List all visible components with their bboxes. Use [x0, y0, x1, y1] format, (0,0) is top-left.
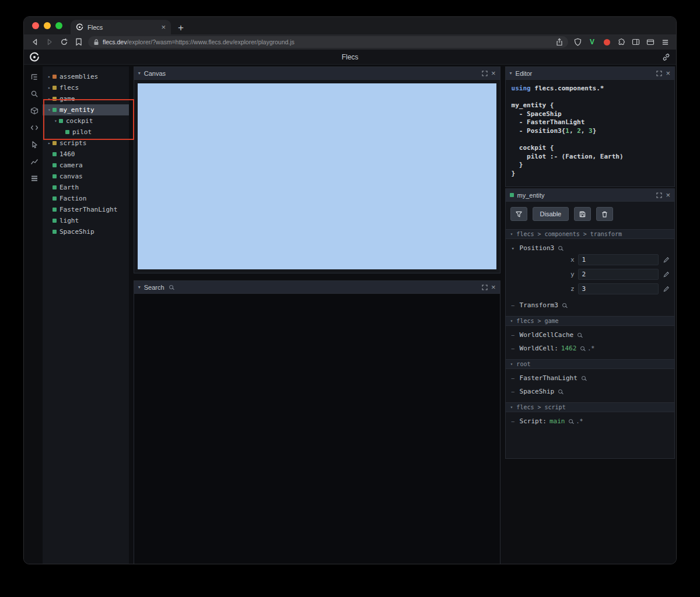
back-button[interactable] [30, 37, 40, 47]
inspect-cursor-icon[interactable] [29, 139, 40, 150]
tree-item-light[interactable]: light [43, 215, 129, 226]
queries-rows-icon[interactable] [29, 173, 40, 184]
component-group-header[interactable]: ▾flecs > game [506, 316, 674, 326]
tree-item-camera[interactable]: camera [43, 160, 129, 171]
field-row-y: y2 [506, 267, 674, 282]
expand-panel-icon[interactable] [656, 71, 662, 76]
search-icon[interactable] [582, 376, 586, 380]
expand-panel-icon[interactable] [482, 71, 488, 76]
chevron-down-icon: ▾ [510, 231, 513, 237]
tree-item-SpaceShip[interactable]: SpaceShip [43, 226, 129, 237]
close-panel-icon[interactable]: × [491, 69, 496, 77]
stats-chart-icon[interactable] [29, 156, 40, 167]
chevron-down-icon[interactable]: ▾ [52, 118, 59, 124]
expand-panel-icon[interactable] [656, 192, 662, 198]
tree-item-game[interactable]: ▸game [43, 93, 129, 104]
reload-button[interactable] [59, 37, 69, 47]
extensions-puzzle-icon[interactable] [616, 37, 626, 47]
component-group-header[interactable]: ▾root [506, 359, 674, 369]
entities-cube-icon[interactable] [29, 106, 40, 116]
disable-button[interactable]: Disable [533, 207, 569, 221]
search-icon[interactable] [580, 346, 584, 350]
address-bar[interactable]: flecs.dev/explorer/?wasm=https://www.fle… [88, 36, 568, 48]
close-panel-icon[interactable]: × [666, 191, 670, 199]
close-panel-icon[interactable]: × [666, 69, 670, 77]
expand-panel-icon[interactable] [482, 285, 488, 290]
chevron-down-icon[interactable]: ▾ [138, 285, 141, 290]
tree-item-Faction[interactable]: Faction [43, 193, 129, 204]
bookmark-icon[interactable] [74, 37, 84, 47]
editor-code[interactable]: using flecs.components.* my_entity { - S… [506, 80, 674, 183]
chevron-down-icon[interactable]: ▾ [510, 71, 512, 76]
tree-item-FasterThanLight[interactable]: FasterThanLight [43, 204, 129, 215]
code-token: 2 [577, 127, 581, 135]
search-icon[interactable] [558, 389, 562, 394]
chevron-down-icon[interactable]: ▾ [46, 107, 52, 113]
minimize-window-button[interactable] [44, 22, 51, 29]
group-breadcrumb: flecs > components > transform [516, 231, 622, 237]
tab-title: Flecs [88, 24, 157, 31]
field-label: y [506, 271, 575, 278]
code-line: my_entity { [512, 101, 668, 110]
tree-item-1460[interactable]: 1460 [43, 149, 129, 160]
sidebar-toggle-icon[interactable] [631, 37, 641, 47]
entity-kind-icon [52, 163, 57, 167]
tree-item-cockpit[interactable]: ▾cockpit [43, 115, 129, 127]
tree-item-flecs[interactable]: ▸flecs [43, 82, 129, 93]
tab-close-icon[interactable]: × [161, 23, 166, 31]
tree-item-label: FasterThanLight [60, 206, 117, 213]
share-icon[interactable] [556, 38, 563, 46]
search-icon[interactable] [562, 303, 566, 307]
search-icon[interactable] [558, 246, 562, 250]
tree-item-canvas[interactable]: canvas [43, 171, 129, 182]
edit-icon[interactable] [662, 286, 671, 292]
chevron-right-icon[interactable]: ▸ [46, 74, 52, 79]
red-extension-icon[interactable] [601, 37, 612, 47]
menu-icon[interactable] [660, 37, 670, 47]
search-icon[interactable] [29, 89, 40, 99]
panel-title: Search [144, 284, 164, 291]
close-window-button[interactable] [32, 22, 39, 29]
chevron-down-icon[interactable]: ▾ [138, 71, 141, 76]
tree-item-Earth[interactable]: Earth [43, 182, 129, 193]
edit-icon[interactable] [662, 271, 671, 278]
browser-tab[interactable]: Flecs × [71, 20, 171, 34]
chevron-right-icon[interactable]: ▸ [46, 141, 52, 146]
component-group-header[interactable]: ▾flecs > script [506, 402, 674, 412]
delete-button[interactable] [596, 207, 613, 221]
tree-view-icon[interactable] [29, 72, 40, 82]
fullscreen-window-button[interactable] [55, 22, 62, 29]
code-icon[interactable] [29, 122, 40, 133]
new-tab-button[interactable]: + [178, 23, 184, 33]
forward-button[interactable] [44, 37, 55, 47]
share-link-icon[interactable] [662, 53, 670, 61]
chevron-down-icon: ▾ [510, 318, 513, 324]
search-icon[interactable] [578, 333, 582, 337]
tree-item-scripts[interactable]: ▸scripts [43, 138, 129, 149]
tree-item-assemblies[interactable]: ▸assemblies [43, 71, 129, 82]
close-panel-icon[interactable]: × [491, 283, 496, 291]
field-input-y[interactable]: 2 [578, 269, 659, 280]
chevron-down-icon[interactable]: ▾ [512, 245, 517, 251]
chevron-right-icon[interactable]: ▸ [46, 85, 52, 90]
wallet-icon[interactable] [645, 37, 656, 47]
field-input-z[interactable]: 3 [578, 283, 659, 294]
tree-item-my_entity[interactable]: ▾my_entity [43, 104, 129, 115]
v-extension-icon[interactable]: V [587, 37, 597, 47]
chevron-down-icon: ▾ [510, 405, 513, 410]
save-button[interactable] [574, 207, 591, 221]
code-line: } [512, 170, 668, 178]
chevron-right-icon[interactable]: ▸ [46, 96, 52, 101]
render-canvas[interactable] [138, 83, 496, 269]
edit-icon[interactable] [662, 257, 671, 263]
flecs-logo-icon[interactable] [29, 52, 40, 62]
code-token: } [593, 127, 597, 135]
filter-button[interactable] [510, 207, 527, 221]
search-icon[interactable] [569, 419, 573, 423]
field-input-x[interactable]: 1 [578, 254, 659, 265]
entity-kind-icon [52, 86, 57, 90]
tree-item-pilot[interactable]: pilot [43, 127, 129, 138]
editor-panel: ▾ Editor × using flecs.components.* my_e… [505, 66, 675, 187]
brave-shield-icon[interactable] [572, 37, 583, 47]
component-group-header[interactable]: ▾flecs > components > transform [506, 229, 674, 239]
